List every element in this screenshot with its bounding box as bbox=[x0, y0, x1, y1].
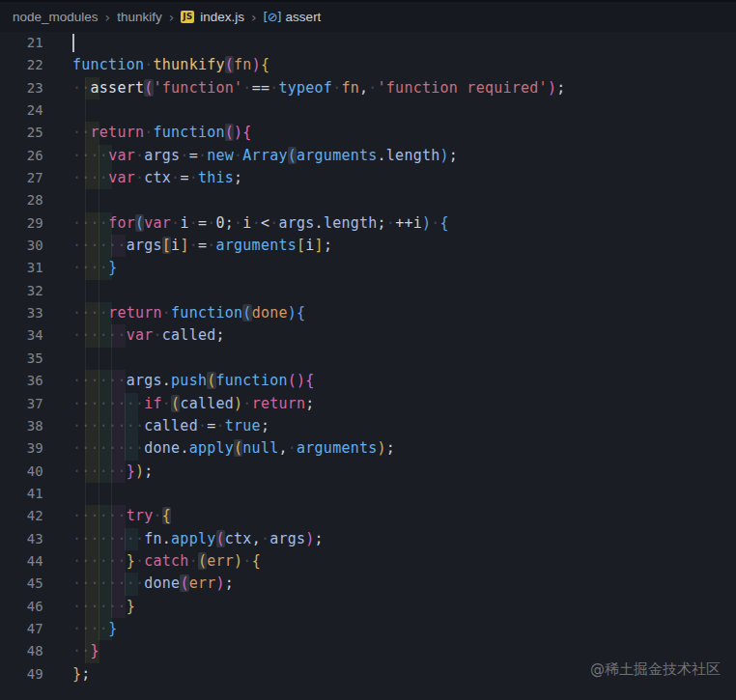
code-line-content[interactable]: function·thunkify(fn){ bbox=[72, 54, 736, 76]
code-line[interactable]: 35 bbox=[0, 348, 736, 370]
code-line[interactable]: 43········fn.apply(ctx,·args); bbox=[0, 528, 736, 550]
code-line[interactable]: 31····} bbox=[0, 257, 736, 279]
code-token: ( bbox=[242, 304, 251, 322]
code-line-content[interactable]: ····var·ctx·=·this; bbox=[72, 167, 736, 189]
code-line[interactable]: 47····} bbox=[0, 618, 736, 640]
code-token: ] bbox=[180, 237, 188, 254]
code-line-content[interactable]: ··return·function(){ bbox=[72, 122, 736, 144]
line-number: 22 bbox=[0, 54, 72, 76]
whitespace-dots: · bbox=[288, 439, 297, 457]
code-line-content[interactable] bbox=[72, 280, 736, 302]
code-line[interactable]: 32 bbox=[0, 280, 736, 302]
code-token: return bbox=[108, 304, 162, 322]
code-line[interactable]: 45········done(err); bbox=[0, 573, 736, 595]
code-line-content[interactable]: ····} bbox=[72, 257, 736, 279]
code-token: err bbox=[189, 574, 216, 592]
line-number: 42 bbox=[0, 505, 72, 527]
code-token: i bbox=[171, 237, 180, 254]
code-area[interactable]: 2122function·thunkify(fn){23··assert('fu… bbox=[0, 32, 736, 700]
code-line-content[interactable]: ······args.push(function(){ bbox=[72, 370, 736, 392]
code-line-content[interactable]: ····return·function(done){ bbox=[72, 302, 736, 324]
code-line-content[interactable]: ········fn.apply(ctx,·args); bbox=[72, 528, 736, 550]
line-number: 41 bbox=[0, 483, 72, 505]
code-token: err bbox=[207, 552, 234, 570]
code-line[interactable]: 22function·thunkify(fn){ bbox=[0, 54, 736, 76]
code-token: typeof bbox=[278, 79, 332, 97]
code-line[interactable]: 38········called·=·true; bbox=[0, 415, 736, 437]
whitespace-dots: · bbox=[154, 326, 162, 344]
code-line-content[interactable]: ····var·args·=·new·Array(arguments.lengt… bbox=[72, 145, 736, 167]
code-line[interactable]: 44······}·catch·(err)·{ bbox=[0, 550, 736, 573]
code-line[interactable]: 34······var·called; bbox=[0, 324, 736, 347]
breadcrumb-item-index.js[interactable]: JSindex.js bbox=[181, 10, 244, 24]
indent-rainbow-tint bbox=[99, 324, 113, 347]
indent-guide bbox=[85, 99, 86, 122]
code-line-content[interactable]: ········if·(called)·return; bbox=[72, 393, 736, 415]
breadcrumb-item-thunkify[interactable]: thunkify bbox=[117, 10, 162, 24]
code-line-content[interactable]: ········done.apply(null,·arguments); bbox=[72, 437, 736, 460]
code-line[interactable]: 46······} bbox=[0, 596, 736, 618]
code-line-content[interactable] bbox=[72, 348, 736, 370]
code-token: i bbox=[180, 214, 188, 232]
code-line[interactable]: 33····return·function(done){ bbox=[0, 302, 736, 324]
code-line[interactable]: 23··assert('function'·==·typeof·fn,·'fun… bbox=[0, 77, 736, 99]
whitespace-dots: · bbox=[216, 417, 225, 434]
breadcrumb-item-assert[interactable]: [⊘]assert bbox=[264, 10, 322, 24]
indent-rainbow-tint bbox=[85, 528, 99, 550]
breadcrumb: node_modules›thunkify›JSindex.js›[⊘]asse… bbox=[0, 0, 736, 32]
code-token: thunkify bbox=[154, 56, 225, 73]
breadcrumb-label: index.js bbox=[200, 10, 244, 24]
whitespace-dots: · bbox=[431, 214, 439, 232]
code-token: apply bbox=[171, 530, 215, 547]
code-token: var bbox=[108, 147, 135, 164]
code-token: ++ bbox=[395, 214, 413, 232]
code-line-content[interactable]: ······} bbox=[72, 596, 736, 618]
breadcrumb-item-node_modules[interactable]: node_modules bbox=[13, 10, 99, 24]
indent-rainbow-tint bbox=[85, 618, 99, 640]
line-number: 21 bbox=[0, 32, 72, 54]
code-line[interactable]: 27····var·ctx·=·this; bbox=[0, 167, 736, 189]
code-line[interactable]: 21 bbox=[0, 32, 736, 54]
code-line[interactable]: 30······args[i]·=·arguments[i]; bbox=[0, 235, 736, 257]
code-line[interactable]: 25··return·function(){ bbox=[0, 122, 736, 144]
code-line-content[interactable] bbox=[72, 483, 736, 505]
code-line[interactable]: 37········if·(called)·return; bbox=[0, 393, 736, 415]
code-line[interactable]: 26····var·args·=·new·Array(arguments.len… bbox=[0, 145, 736, 167]
indent-rainbow-tint bbox=[99, 618, 113, 640]
code-token: called bbox=[144, 417, 198, 434]
code-line[interactable]: 41 bbox=[0, 483, 736, 505]
code-token: ; bbox=[556, 79, 565, 97]
code-token: ctx bbox=[225, 530, 252, 547]
code-line[interactable]: 42······try·{ bbox=[0, 505, 736, 527]
code-line[interactable]: 39········done.apply(null,·arguments); bbox=[0, 437, 736, 460]
code-line-content[interactable]: ····} bbox=[72, 618, 736, 640]
code-token: ( bbox=[225, 56, 234, 73]
code-line-content[interactable]: ····for(var·i·=·0;·i·<·args.length;·++i)… bbox=[72, 212, 736, 235]
code-line-content[interactable] bbox=[72, 189, 736, 211]
line-number: 49 bbox=[0, 663, 72, 686]
code-line[interactable]: 24 bbox=[0, 99, 736, 122]
code-line[interactable]: 29····for(var·i·=·0;·i·<·args.length;·++… bbox=[0, 212, 736, 235]
code-token: ) bbox=[234, 552, 242, 570]
whitespace-dots: · bbox=[171, 169, 180, 186]
code-line-content[interactable] bbox=[72, 99, 736, 122]
whitespace-dots: · bbox=[171, 214, 180, 232]
breadcrumb-label: node_modules bbox=[13, 10, 99, 24]
code-line[interactable]: 36······args.push(function(){ bbox=[0, 370, 736, 392]
whitespace-dots: · bbox=[189, 552, 198, 570]
code-line-content[interactable]: ······try·{ bbox=[72, 505, 736, 527]
code-line-content[interactable]: ··assert('function'·==·typeof·fn,·'funct… bbox=[72, 77, 736, 99]
code-line-content[interactable]: ········done(err); bbox=[72, 573, 736, 595]
breadcrumb-separator: › bbox=[251, 10, 257, 25]
breadcrumb-label: thunkify bbox=[117, 10, 162, 24]
code-line-content[interactable]: ······}·catch·(err)·{ bbox=[72, 550, 736, 573]
code-line-content[interactable]: ······var·called; bbox=[72, 324, 736, 347]
code-line-content[interactable]: ········called·=·true; bbox=[72, 415, 736, 437]
code-line-content[interactable]: ······}); bbox=[72, 461, 736, 483]
code-line[interactable]: 28 bbox=[0, 189, 736, 211]
code-token: length bbox=[386, 147, 440, 164]
line-number: 48 bbox=[0, 640, 72, 662]
code-line-content[interactable]: ······args[i]·=·arguments[i]; bbox=[72, 235, 736, 257]
code-line[interactable]: 40······}); bbox=[0, 461, 736, 483]
code-line-content[interactable] bbox=[72, 32, 736, 54]
